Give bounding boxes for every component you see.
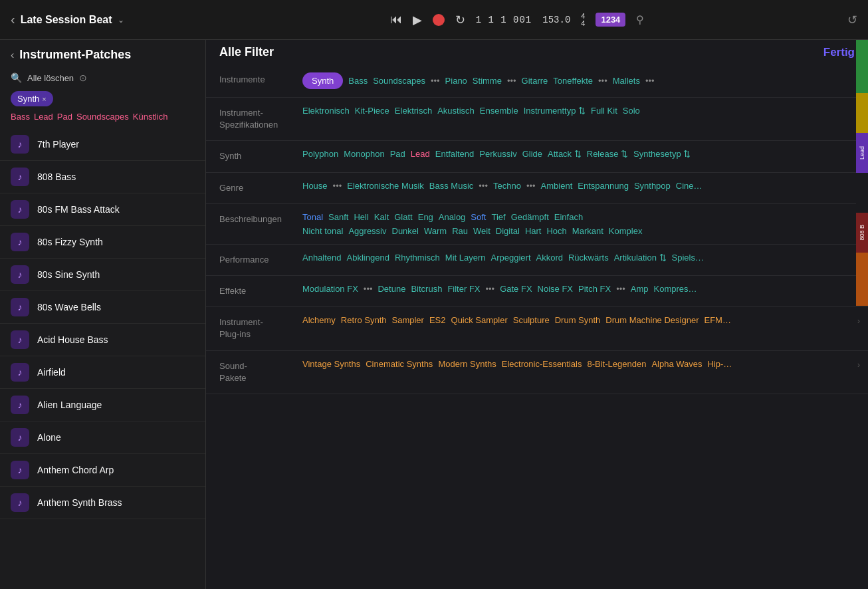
filter-chip[interactable]: Sampler bbox=[392, 315, 424, 325]
category-tag[interactable]: Soundscapes bbox=[76, 112, 129, 122]
filter-chip[interactable]: ES2 bbox=[429, 315, 446, 325]
filter-chip[interactable]: EFM… bbox=[705, 315, 731, 325]
filter-chip[interactable]: Tonal bbox=[302, 212, 323, 222]
filter-chip[interactable]: Hoch bbox=[546, 226, 566, 236]
rewind-button[interactable]: ⏮ bbox=[390, 13, 402, 27]
filter-chip[interactable]: Rau bbox=[452, 226, 468, 236]
filter-chip[interactable]: Elektronische Musik bbox=[347, 181, 424, 191]
filter-chip[interactable]: Eng bbox=[418, 212, 433, 222]
filter-chip[interactable]: 8-Bit-Legenden bbox=[587, 359, 646, 369]
record-button[interactable] bbox=[433, 14, 445, 26]
filter-chip[interactable]: Sculpture bbox=[513, 315, 550, 325]
filter-chip[interactable]: Ambient bbox=[541, 181, 573, 191]
filter-chip[interactable]: Einfach bbox=[554, 212, 583, 222]
list-item[interactable]: ♪ Alone bbox=[0, 421, 205, 454]
filter-chip[interactable]: Perkussiv bbox=[479, 149, 516, 159]
loop-button[interactable]: ↻ bbox=[455, 13, 465, 27]
filter-chip[interactable]: Kalt bbox=[374, 212, 389, 222]
filter-chip[interactable]: Glide bbox=[522, 149, 542, 159]
refresh-icon[interactable]: ↺ bbox=[847, 13, 857, 27]
filter-chip[interactable]: Synth bbox=[302, 72, 343, 89]
filter-chip[interactable]: Modulation FX bbox=[302, 284, 358, 294]
filter-chip[interactable]: Sanft bbox=[328, 212, 348, 222]
filter-chip[interactable]: Cine… bbox=[676, 181, 703, 191]
filter-chip[interactable]: Vintage Synths bbox=[302, 359, 360, 369]
filter-chip[interactable]: Toneffekte bbox=[553, 76, 593, 86]
list-item[interactable]: ♪ Airfield bbox=[0, 356, 205, 389]
filter-chip[interactable]: ••• bbox=[431, 76, 440, 86]
filter-chip[interactable]: Lead bbox=[411, 149, 430, 159]
filter-tag-remove-icon[interactable]: × bbox=[42, 95, 46, 103]
filter-chip[interactable]: Quick Sampler bbox=[451, 315, 508, 325]
filter-chip[interactable]: Bitcrush bbox=[411, 284, 442, 294]
project-dropdown-icon[interactable]: ⌄ bbox=[118, 15, 124, 25]
filter-chip[interactable]: Electronic-Essentials bbox=[502, 359, 582, 369]
filter-chip[interactable]: Hell bbox=[354, 212, 368, 222]
filter-chip[interactable]: ••• bbox=[364, 284, 373, 294]
filter-chip[interactable]: Modern Synths bbox=[438, 359, 496, 369]
search-icon[interactable]: 🔍 bbox=[11, 72, 22, 83]
filter-chip[interactable]: Bass Music bbox=[429, 181, 473, 191]
filter-chip[interactable]: Markant bbox=[572, 226, 603, 236]
filter-chip[interactable]: Polyphon bbox=[302, 149, 338, 159]
filter-chip[interactable]: Digital bbox=[496, 226, 520, 236]
filter-chip[interactable]: ••• bbox=[616, 284, 625, 294]
list-item[interactable]: ♪ 7th Player bbox=[0, 128, 205, 161]
list-item[interactable]: ♪ Alien Language bbox=[0, 389, 205, 421]
filter-chip[interactable]: Retro Synth bbox=[341, 315, 387, 325]
synth-filter-tag[interactable]: Synth × bbox=[11, 91, 53, 106]
filter-chip[interactable]: Analog bbox=[439, 212, 465, 222]
filter-chip[interactable]: Soundscapes bbox=[373, 76, 425, 86]
filter-chip[interactable]: Noise FX bbox=[538, 284, 573, 294]
filter-chip[interactable]: Akkord bbox=[536, 253, 563, 263]
sidebar-back-icon[interactable]: ‹ bbox=[11, 49, 14, 61]
filter-chip[interactable]: Techno bbox=[493, 181, 521, 191]
filter-chip[interactable]: Hip-… bbox=[707, 359, 732, 369]
list-item[interactable]: ♪ Anthem Synth Brass bbox=[0, 487, 205, 519]
back-icon[interactable]: ‹ bbox=[11, 12, 15, 27]
filter-chip[interactable]: Glatt bbox=[394, 212, 412, 222]
category-tag[interactable]: Künstlich bbox=[133, 112, 168, 122]
list-item[interactable]: ♪ Anthem Chord Arp bbox=[0, 454, 205, 487]
filter-chip[interactable]: Pad bbox=[390, 149, 405, 159]
filter-chip[interactable]: Elektronisch bbox=[302, 106, 350, 116]
filter-chip[interactable]: ••• bbox=[645, 76, 655, 86]
filter-chip[interactable]: House bbox=[302, 181, 328, 191]
filter-chip[interactable]: ••• bbox=[598, 76, 607, 86]
filter-chip[interactable]: Amp bbox=[631, 284, 649, 294]
filter-chip[interactable]: Weit bbox=[473, 226, 490, 236]
filter-chip[interactable]: Rückwärts bbox=[568, 253, 609, 263]
project-name[interactable]: Late Session Beat bbox=[21, 14, 112, 26]
list-item[interactable]: ♪ 80s Sine Synth bbox=[0, 259, 205, 291]
filter-chip[interactable]: Mit Layern bbox=[445, 253, 486, 263]
filter-chip[interactable]: Aggressiv bbox=[348, 226, 386, 236]
filter-chip[interactable]: Synthpop bbox=[634, 181, 671, 191]
metronome-icon[interactable]: ⚲ bbox=[636, 13, 644, 26]
filter-chip[interactable]: Gedämpft bbox=[511, 212, 549, 222]
filter-chip[interactable]: Nicht tonal bbox=[302, 226, 343, 236]
filter-chip[interactable]: Entspannung bbox=[578, 181, 629, 191]
list-item[interactable]: ♪ 80s Wave Bells bbox=[0, 291, 205, 324]
filter-chip[interactable]: Warm bbox=[424, 226, 447, 236]
filter-chip[interactable]: ••• bbox=[486, 284, 495, 294]
filter-chip[interactable]: Instrumenttyp ⇅ bbox=[524, 106, 586, 116]
list-item[interactable]: ♪ 80s FM Bass Attack bbox=[0, 193, 205, 226]
filter-chip[interactable]: Alpha Waves bbox=[651, 359, 702, 369]
filter-chip[interactable]: Hart bbox=[525, 226, 542, 236]
filter-chip[interactable]: Pitch FX bbox=[578, 284, 611, 294]
filter-chip[interactable]: Abklingend bbox=[347, 253, 389, 263]
filter-chip[interactable]: Bass bbox=[348, 76, 368, 86]
filter-chip[interactable]: ••• bbox=[479, 181, 488, 191]
category-tag[interactable]: Pad bbox=[57, 112, 72, 122]
filter-chip[interactable]: Elektrisch bbox=[395, 106, 432, 116]
filter-chip[interactable]: Alchemy bbox=[302, 315, 336, 325]
filter-chip[interactable]: Stimme bbox=[473, 76, 502, 86]
filter-row-expand-icon[interactable]: › bbox=[852, 356, 868, 370]
filter-chip[interactable]: Kompres… bbox=[654, 284, 697, 294]
clear-all-button[interactable]: Alle löschen bbox=[27, 73, 74, 83]
list-item[interactable]: ♪ 808 Bass bbox=[0, 161, 205, 193]
filter-chip[interactable]: Dunkel bbox=[392, 226, 419, 236]
filter-chip[interactable]: Artikulation ⇅ bbox=[614, 253, 667, 263]
filter-chip[interactable]: ••• bbox=[526, 181, 536, 191]
fertig-button[interactable]: Fertig bbox=[823, 46, 855, 59]
